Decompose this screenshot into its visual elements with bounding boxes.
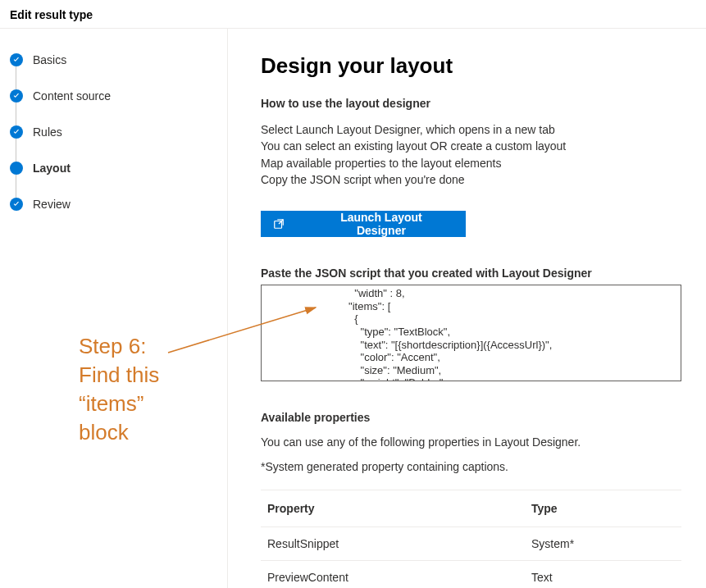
- step-layout[interactable]: Layout: [10, 162, 217, 198]
- property-name-cell: ResultSnippet: [261, 527, 525, 561]
- step-connector: [16, 66, 16, 91]
- step-basics[interactable]: Basics: [10, 53, 217, 89]
- step-rules[interactable]: Rules: [10, 125, 217, 162]
- json-section: Paste the JSON script that you created w…: [261, 267, 681, 381]
- available-properties-heading: Available properties: [261, 411, 681, 424]
- instruction-line: Map available properties to the layout e…: [261, 155, 681, 171]
- main-panel: Design your layout How to use the layout…: [228, 29, 706, 588]
- instruction-line: You can select an existing layout OR cre…: [261, 138, 681, 154]
- step-review[interactable]: Review: [10, 198, 217, 211]
- launch-button-label: Launch Layout Designer: [315, 211, 448, 237]
- step-label: Rules: [33, 125, 62, 139]
- available-properties-desc: You can use any of the following propert…: [261, 435, 681, 449]
- instruction-line: Copy the JSON script when you're done: [261, 171, 681, 188]
- step-connector: [16, 139, 16, 163]
- step-label: Review: [33, 198, 71, 211]
- checkmark-icon: [10, 125, 23, 139]
- step-label: Layout: [33, 162, 71, 175]
- step-content-source[interactable]: Content source: [10, 89, 217, 125]
- json-textarea-label: Paste the JSON script that you created w…: [261, 267, 681, 280]
- launch-layout-designer-button[interactable]: Launch Layout Designer: [261, 211, 466, 237]
- property-name-cell: PreviewContent: [261, 561, 525, 588]
- json-textarea[interactable]: "width" : 8, "items": [ { "type": "TextB…: [261, 285, 681, 381]
- wizard-sidebar: Basics Content source Rules Layout: [0, 29, 228, 588]
- property-type-cell: System*: [525, 527, 681, 561]
- step-label: Content source: [33, 89, 111, 103]
- table-row: ResultSnippet System*: [261, 527, 681, 561]
- properties-table: Property Type ResultSnippet System* Prev…: [261, 490, 681, 588]
- step-connector: [16, 175, 16, 199]
- current-step-icon: [10, 162, 23, 175]
- page-header-title: Edit result type: [10, 8, 696, 21]
- main-title: Design your layout: [261, 53, 681, 79]
- step-connector: [16, 103, 16, 127]
- open-new-tab-icon: [272, 217, 285, 230]
- checkmark-icon: [10, 89, 23, 103]
- wizard-steps: Basics Content source Rules Layout: [10, 53, 217, 211]
- instructions-block: Select Launch Layout Designer, which ope…: [261, 121, 681, 188]
- properties-table-header-property: Property: [261, 490, 525, 527]
- checkmark-icon: [10, 198, 23, 211]
- available-properties-section: Available properties You can use any of …: [261, 411, 681, 588]
- instruction-line: Select Launch Layout Designer, which ope…: [261, 121, 681, 138]
- available-properties-note: *System generated property containing ca…: [261, 460, 681, 473]
- properties-table-header-type: Type: [525, 490, 681, 527]
- page-header: Edit result type: [0, 0, 706, 29]
- step-label: Basics: [33, 53, 66, 66]
- content-area: Basics Content source Rules Layout: [0, 29, 706, 588]
- property-type-cell: Text: [525, 561, 681, 588]
- howto-heading: How to use the layout designer: [261, 97, 681, 110]
- checkmark-icon: [10, 53, 23, 66]
- table-row: PreviewContent Text: [261, 561, 681, 588]
